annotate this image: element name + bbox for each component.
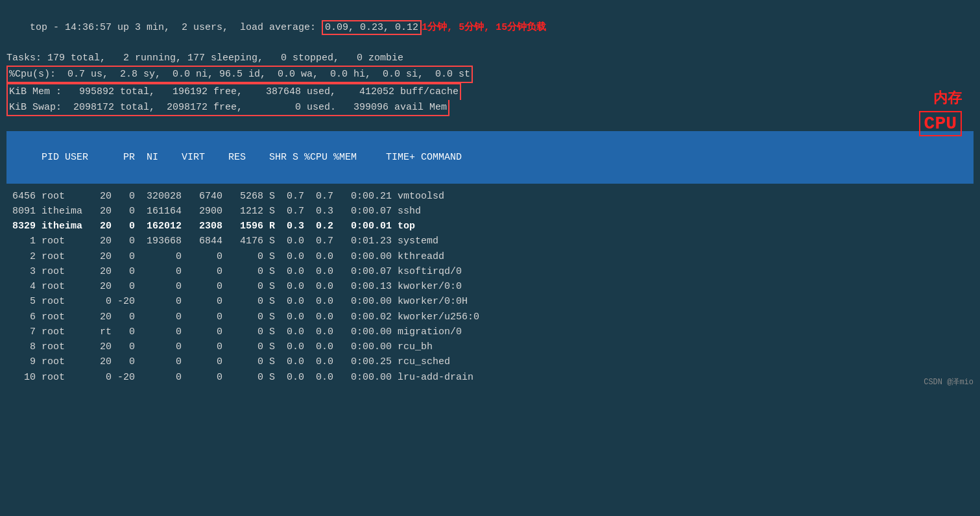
process-table: 6456 root 20 0 320028 6740 5268 S 0.7 0.… <box>6 189 974 385</box>
top-prefix: top - 14:36:57 up 3 min, 2 users, load a… <box>30 22 322 33</box>
load-annotation: 1分钟, 5分钟, 15分钟负载 <box>422 22 546 33</box>
blank-line <box>6 116 974 131</box>
terminal-window: top - 14:36:57 up 3 min, 2 users, load a… <box>0 0 980 390</box>
top-header-line: top - 14:36:57 up 3 min, 2 users, load a… <box>6 5 974 51</box>
mem-line2-box: KiB Swap: 2098172 total, 2098172 free, 0… <box>6 100 449 116</box>
table-row: 1 root 20 0 193668 6844 4176 S 0.0 0.7 0… <box>6 234 974 249</box>
table-row: 2 root 20 0 0 0 0 S 0.0 0.0 0:00.00 kthr… <box>6 249 974 264</box>
mem-stats-line2: KiB Swap: 2098172 total, 2098172 free, 0… <box>9 102 447 113</box>
table-row: 8091 itheima 20 0 161164 2900 1212 S 0.7… <box>6 204 974 219</box>
table-row: 9 root 20 0 0 0 0 S 0.0 0.0 0:00.25 rcu_… <box>6 354 974 369</box>
load-values: 0.09, 0.23, 0.12 <box>322 20 422 35</box>
watermark: CSDN @泽mio <box>924 376 974 387</box>
table-row: 8329 itheima 20 0 162012 2308 1596 R 0.3… <box>6 219 974 234</box>
mem-stats-line1: KiB Mem : 995892 total, 196192 free, 387… <box>9 86 459 97</box>
table-row: 5 root 0 -20 0 0 0 S 0.0 0.0 0:00.00 kwo… <box>6 294 974 309</box>
mem-section-wrapper: KiB Mem : 995892 total, 196192 free, 387… <box>6 83 974 116</box>
table-row: 3 root 20 0 0 0 0 S 0.0 0.0 0:00.07 ksof… <box>6 264 974 279</box>
table-row: 10 root 0 -20 0 0 0 S 0.0 0.0 0:00.00 lr… <box>6 370 974 385</box>
table-row: 8 root 20 0 0 0 0 S 0.0 0.0 0:00.00 rcu_… <box>6 339 974 354</box>
mem-line1-box: KiB Mem : 995892 total, 196192 free, 387… <box>6 83 461 99</box>
cpu-stats-box: %Cpu(s): 0.7 us, 2.8 sy, 0.0 ni, 96.5 id… <box>6 66 473 83</box>
table-row: 7 root rt 0 0 0 0 S 0.0 0.0 0:00.00 migr… <box>6 325 974 339</box>
table-row: 6456 root 20 0 320028 6740 5268 S 0.7 0.… <box>6 189 974 204</box>
table-row: 6 root 20 0 0 0 0 S 0.0 0.0 0:00.02 kwor… <box>6 310 974 325</box>
table-header-text: PID USER PR NI VIRT RES SHR S %CPU %MEM … <box>30 152 462 163</box>
table-row: 4 root 20 0 0 0 0 S 0.0 0.0 0:00.13 kwor… <box>6 279 974 294</box>
tasks-line: Tasks: 179 total, 2 running, 177 sleepin… <box>6 51 974 66</box>
cpu-section-wrapper: %Cpu(s): 0.7 us, 2.8 sy, 0.0 ni, 96.5 id… <box>6 66 974 83</box>
table-header-row: PID USER PR NI VIRT RES SHR S %CPU %MEM … <box>6 131 974 184</box>
mem-annotation-label: 内存 <box>933 88 962 108</box>
cpu-stats-line: %Cpu(s): 0.7 us, 2.8 sy, 0.0 ni, 96.5 id… <box>9 69 470 80</box>
